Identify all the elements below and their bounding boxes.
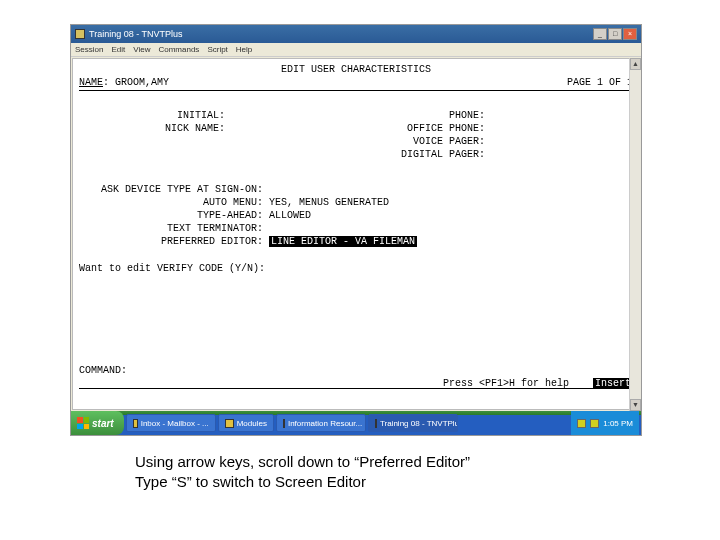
voice-pager-label: VOICE PAGER: [349,135,489,148]
start-button[interactable]: start [71,411,124,435]
help-hint: Press <PF1>H for help [443,378,569,389]
system-tray[interactable]: 1:05 PM [571,411,639,435]
initial-value[interactable] [229,109,349,122]
digital-pager-value[interactable] [489,148,529,161]
taskbar-item-modules[interactable]: Modules [218,414,274,432]
tray-icon[interactable] [590,419,599,428]
insert-mode-indicator: Insert [593,378,633,389]
caption-line-2: Type “S” to switch to Screen Editor [135,472,470,492]
text-terminator-value[interactable] [269,222,633,235]
voice-pager-value[interactable] [489,135,529,148]
windows-logo-icon [77,417,89,429]
office-phone-value[interactable] [489,122,529,135]
menu-view[interactable]: View [133,45,150,54]
windows-taskbar: start Inbox - Mailbox - ... Modules Info… [71,411,641,435]
scroll-up-button[interactable]: ▲ [630,58,641,70]
caption-line-1: Using arrow keys, scroll down to “Prefer… [135,452,470,472]
app-icon [283,419,285,428]
menu-commands[interactable]: Commands [158,45,199,54]
window-title: Training 08 - TNVTPlus [89,29,589,39]
vertical-scrollbar[interactable]: ▲ ▼ [629,58,641,411]
menu-session[interactable]: Session [75,45,103,54]
nickname-label: NICK NAME: [79,122,229,135]
mail-icon [133,419,138,428]
menu-help[interactable]: Help [236,45,252,54]
menu-bar: Session Edit View Commands Script Help [71,43,641,57]
taskbar-item-tnvtplus[interactable]: Training 08 - TNVTPlus [368,414,458,432]
auto-menu-label: AUTO MENU: [79,196,269,209]
name-value: GROOM,AMY [115,77,169,88]
preferred-editor-value[interactable]: LINE EDITOR - VA FILEMAN [269,236,417,247]
start-label: start [92,418,114,429]
menu-script[interactable]: Script [207,45,227,54]
ask-device-value[interactable] [269,183,633,196]
command-label: COMMAND: [79,365,127,376]
preferred-editor-label: PREFERRED EDITOR: [79,235,269,248]
tray-icon[interactable] [577,419,586,428]
auto-menu-value[interactable]: YES, MENUS GENERATED [269,196,633,209]
digital-pager-label: DIGITAL PAGER: [349,148,489,161]
phone-value[interactable] [489,109,529,122]
minimize-button[interactable]: _ [593,28,607,40]
window-titlebar[interactable]: Training 08 - TNVTPlus _ □ × [71,25,641,43]
scroll-track[interactable] [630,70,641,399]
name-label: NAME [79,77,103,88]
app-window: Training 08 - TNVTPlus _ □ × Session Edi… [70,24,642,436]
terminal-icon [375,419,377,428]
initial-label: INITIAL: [79,109,229,122]
scroll-down-button[interactable]: ▼ [630,399,641,411]
folder-icon [225,419,234,428]
divider [79,90,633,91]
type-ahead-label: TYPE-AHEAD: [79,209,269,222]
app-icon [75,29,85,39]
menu-edit[interactable]: Edit [111,45,125,54]
page-indicator: PAGE 1 OF 1 [567,76,633,89]
type-ahead-value[interactable]: ALLOWED [269,209,633,222]
clock: 1:05 PM [603,419,633,428]
slide-caption: Using arrow keys, scroll down to “Prefer… [135,452,470,492]
verify-code-prompt[interactable]: Want to edit VERIFY CODE (Y/N): [79,262,633,275]
maximize-button[interactable]: □ [608,28,622,40]
nickname-value[interactable] [229,122,349,135]
phone-label: PHONE: [349,109,489,122]
screen-header: EDIT USER CHARACTERISTICS [79,63,633,76]
ask-device-label: ASK DEVICE TYPE AT SIGN-ON: [79,183,269,196]
taskbar-item-inbox[interactable]: Inbox - Mailbox - ... [126,414,216,432]
terminal-area[interactable]: EDIT USER CHARACTERISTICS NAME: GROOM,AM… [72,58,640,410]
office-phone-label: OFFICE PHONE: [349,122,489,135]
taskbar-item-info[interactable]: Information Resour... [276,414,366,432]
text-terminator-label: TEXT TERMINATOR: [79,222,269,235]
close-button[interactable]: × [623,28,637,40]
